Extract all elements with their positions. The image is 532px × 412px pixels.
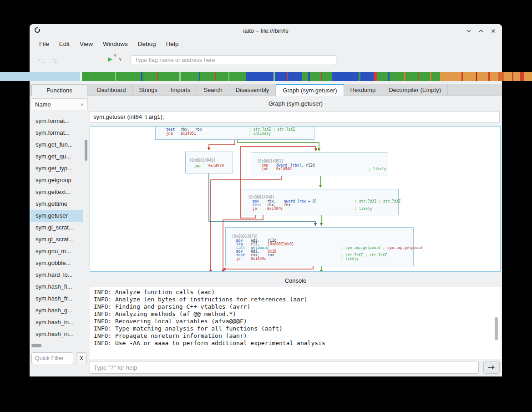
- function-list-item[interactable]: sym.hash_fi...: [30, 281, 83, 293]
- function-list-item[interactable]: sym.gl_scrat...: [30, 222, 83, 234]
- close-button[interactable]: [490, 28, 497, 34]
- flag-search-input[interactable]: [131, 55, 336, 65]
- tab-functions[interactable]: Functions: [31, 84, 87, 96]
- graph-node-0x00014951[interactable]: [0x00014951]cmpdword[rbx],r12djne0x14948…: [251, 153, 388, 176]
- asm-token: rbx: [195, 127, 202, 132]
- quick-filter-input[interactable]: [31, 352, 73, 364]
- memory-segment: [288, 72, 301, 81]
- asm-token: test: [166, 127, 175, 132]
- function-list-item[interactable]: sym.get_typ...: [30, 163, 83, 174]
- console-line: INFO: Recovering local variables (afva@@…: [94, 318, 501, 325]
- function-signature[interactable]: sym.getuser (int64_t arg1);: [90, 111, 500, 122]
- asm-token: rax: [268, 253, 274, 257]
- function-list-item[interactable]: sym.hard_lo...: [30, 269, 83, 281]
- console-line: INFO: Analyze len bytes of instructions …: [94, 296, 501, 303]
- console-line: INFO: Use -AA or aaaa to perform additio…: [94, 340, 501, 347]
- console-vertical-scrollbar[interactable]: [495, 317, 498, 340]
- quick-filter-close-button[interactable]: X: [76, 352, 87, 364]
- function-list-item[interactable]: sym.gl_scrat...: [30, 234, 83, 245]
- menu-view[interactable]: View: [75, 37, 98, 51]
- column-header-name[interactable]: Name ∧: [30, 98, 88, 110]
- close-icon: [491, 28, 496, 34]
- function-list-item[interactable]: sym.hash_in...: [30, 316, 83, 328]
- memory-segment: [390, 72, 404, 81]
- asm-token: [0x00014951]: [257, 159, 284, 163]
- tab-imports[interactable]: Imports: [164, 84, 197, 96]
- menu-debug[interactable]: Debug: [133, 37, 161, 51]
- titlebar[interactable]: iaito – file:///bin/ls: [30, 24, 502, 37]
- memory-segment: [377, 72, 388, 81]
- function-list-item[interactable]: sym.get_fun...: [30, 139, 83, 151]
- desktop-background: iaito – file:///bin/ls FileEditViewWindo…: [0, 0, 532, 412]
- menu-windows[interactable]: Windows: [98, 37, 133, 51]
- minimize-button[interactable]: [466, 28, 472, 34]
- asm-token: [0x00021db8]: [268, 242, 294, 246]
- chevron-down-icon: [466, 28, 471, 34]
- function-list-item[interactable]: sym.gobble...: [30, 257, 83, 269]
- function-list-item[interactable]: sym.hash_in...: [30, 328, 83, 340]
- memory-segment: [431, 72, 440, 81]
- asm-token: [0x00014940]: [189, 158, 216, 163]
- asm-token: ; likely: [355, 207, 372, 211]
- asm-token: ; likely: [341, 257, 359, 261]
- asm-token: ; str.7zXZ ; str.7zXZ: [355, 199, 400, 203]
- asm-token: 0x1499c: [251, 257, 266, 261]
- asm-token: 0x14978: [208, 164, 224, 168]
- tab-search[interactable]: Search: [197, 84, 229, 96]
- function-list-item[interactable]: sym.hash_g...: [30, 305, 83, 316]
- memory-segment: [200, 72, 215, 81]
- asm-token: ; likely: [369, 167, 386, 171]
- graph-node-0x00014948[interactable]: [0x00014948]movrbx,qword [rbx + 8]; str.…: [242, 189, 399, 215]
- graph-view[interactable]: testrbx,rbx; str.7zXZ ; str.7zXZjne0x149…: [90, 126, 501, 272]
- play-dropdown-icon[interactable]: ∨: [119, 57, 122, 61]
- tab-decompiler-empty[interactable]: Decompiler (Empty): [382, 84, 448, 96]
- asm-token: ; unlikely: [249, 132, 271, 136]
- maximize-button[interactable]: [478, 28, 484, 34]
- function-list-item[interactable]: sym.format...: [30, 115, 83, 127]
- menubar: FileEditViewWindowsDebugHelp: [30, 37, 502, 51]
- tab-dashboard[interactable]: Dashboard: [91, 84, 133, 96]
- memory-segment: [322, 72, 332, 81]
- function-list-item[interactable]: sym.gettext...: [30, 186, 83, 198]
- function-list-horizontal-scrollbar[interactable]: [31, 344, 41, 347]
- function-list-vertical-scrollbar[interactable]: [85, 140, 87, 161]
- function-list-item[interactable]: sym.getgroup: [30, 174, 83, 186]
- memory-segment: [302, 72, 309, 81]
- functions-panel: Name ∧ sym.format...sym.format...sym.get…: [30, 96, 89, 376]
- tab-strings[interactable]: Strings: [133, 84, 164, 96]
- function-list-item[interactable]: sym.gnu_m...: [30, 245, 83, 257]
- memory-map-strip[interactable]: [0, 72, 532, 81]
- graph-node-0x00014978[interactable]: [0x00014978]movedi,r12dlear13,[0x00021db…: [225, 227, 414, 266]
- menu-help[interactable]: Help: [161, 37, 184, 51]
- function-list-item[interactable]: sym.hash_fr...: [30, 293, 83, 305]
- graph-blocks-layer: testrbx,rbx; str.7zXZ ; str.7zXZjne0x149…: [90, 127, 500, 271]
- graph-node-0x00014940[interactable]: [0x00014940]jmp0x14978: [185, 152, 233, 173]
- menu-file[interactable]: File: [34, 37, 54, 51]
- console-command-input[interactable]: [90, 361, 479, 374]
- chevron-up-icon: [478, 28, 484, 34]
- back-dropdown-icon[interactable]: ∨: [42, 61, 45, 64]
- tab-graph-sym-getuser[interactable]: Graph (sym.getuser): [276, 84, 344, 96]
- memory-segment: [158, 72, 179, 81]
- graph-node-entry[interactable]: testrbx,rbx; str.7zXZ ; str.7zXZjne0x149…: [155, 126, 314, 140]
- console-line: INFO: Analyzing methods (af @@ method.*): [94, 310, 501, 318]
- function-list-item[interactable]: sym.format...: [30, 127, 83, 139]
- console-send-button[interactable]: [483, 361, 500, 374]
- function-list-item[interactable]: sym.getuser: [30, 210, 83, 222]
- tab-hexdump[interactable]: Hexdump: [344, 84, 383, 96]
- function-list-item[interactable]: sym.get_qu...: [30, 151, 83, 163]
- memory-segment: [513, 72, 520, 81]
- forward-dropdown-icon[interactable]: ∨: [55, 61, 57, 64]
- menu-edit[interactable]: Edit: [54, 37, 75, 51]
- asm-token: rbx: [284, 203, 290, 207]
- asm-token: ; str.7zXZ ; str.7zXZ: [249, 127, 295, 132]
- memory-segment: [275, 72, 287, 81]
- debug-play-button[interactable]: ▶: [108, 56, 112, 62]
- function-list-item[interactable]: sym.gettime: [30, 198, 83, 210]
- asm-token: [rbx],: [290, 163, 304, 168]
- tab-disassembly[interactable]: Disassembly: [229, 84, 276, 96]
- memory-segment: [181, 72, 199, 81]
- console-output[interactable]: INFO: Analyze function calls (aac)INFO: …: [90, 287, 501, 359]
- console-line: INFO: Analyze function calls (aac): [94, 289, 501, 296]
- asm-token: 0x14948: [276, 167, 292, 171]
